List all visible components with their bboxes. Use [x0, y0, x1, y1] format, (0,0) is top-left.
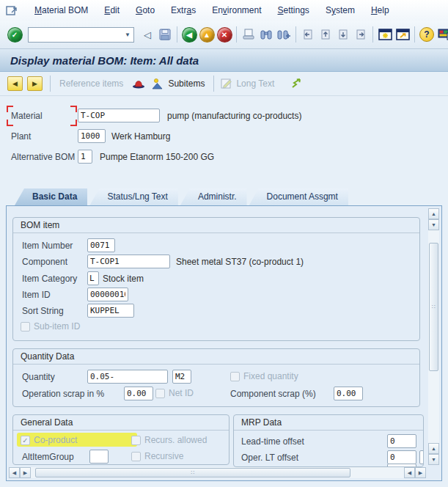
- next-page-icon: [337, 28, 350, 41]
- component-input[interactable]: [87, 255, 170, 268]
- create-shortcut-button[interactable]: [394, 26, 411, 43]
- system-menu-icon[interactable]: [6, 6, 18, 15]
- command-dropdown-icon[interactable]: ▼: [122, 32, 133, 38]
- menu-bar: Material BOM Edit Goto Extras Environmen…: [0, 0, 448, 21]
- header-overview-button[interactable]: [132, 78, 145, 89]
- back-button[interactable]: ◀: [180, 26, 198, 43]
- item-category-label: Item Category: [22, 274, 77, 284]
- item-category-input[interactable]: [87, 271, 99, 285]
- find-button[interactable]: [257, 26, 275, 43]
- tab-basic-data[interactable]: Basic Data: [15, 188, 87, 205]
- oper-lt-offset-input[interactable]: [387, 450, 416, 464]
- material-label: Material: [11, 111, 43, 121]
- menu-environment[interactable]: Environment: [204, 3, 269, 18]
- scroll-up-button[interactable]: ▲: [428, 208, 439, 219]
- find-next-button[interactable]: [275, 26, 293, 43]
- next-page-button[interactable]: [334, 26, 352, 43]
- component-description: Sheet metal ST37 (co-product 1): [176, 257, 304, 267]
- next-item-button[interactable]: ▶: [27, 76, 43, 91]
- alt-item-group-input[interactable]: [89, 450, 109, 464]
- component-scrap-input[interactable]: [334, 387, 363, 400]
- sub-item-id-label: Sub-item ID: [34, 321, 80, 332]
- vertical-scrollbar[interactable]: ▲ ▼ ∷ ▲ ▼: [428, 208, 439, 465]
- last-page-button[interactable]: [352, 26, 370, 43]
- previous-page-button[interactable]: [317, 26, 334, 43]
- item-number-label: Item Number: [22, 241, 73, 251]
- menu-system[interactable]: System: [317, 3, 363, 18]
- quantity-input[interactable]: [87, 370, 168, 384]
- plant-input[interactable]: [78, 129, 106, 143]
- horizontal-scroll-thumb[interactable]: ∷: [35, 468, 350, 477]
- vertical-scroll-thumb[interactable]: ∷: [429, 243, 438, 371]
- scroll-down-button[interactable]: ▼: [428, 454, 439, 465]
- menu-settings[interactable]: Settings: [270, 3, 317, 18]
- customize-layout-button[interactable]: [436, 26, 448, 43]
- tab-document-assgmt[interactable]: Document Assgmt: [249, 188, 348, 205]
- cancel-button[interactable]: ✕: [216, 26, 233, 43]
- previous-item-button[interactable]: ◀: [7, 76, 23, 91]
- menu-goto[interactable]: Goto: [128, 3, 163, 18]
- menu-edit[interactable]: Edit: [96, 3, 128, 18]
- green-zigzag-icon: [290, 78, 303, 89]
- command-input[interactable]: [29, 28, 122, 42]
- exit-up-button[interactable]: ▲: [198, 26, 216, 43]
- scroll-left-button[interactable]: ◀: [9, 467, 20, 478]
- sub-item-id-checkbox: Sub-item ID: [21, 321, 80, 332]
- toolbar-separator: [177, 26, 177, 43]
- menu-help[interactable]: Help: [363, 3, 397, 18]
- toolbar-separator: [213, 76, 214, 92]
- toolbar-separator: [372, 26, 373, 43]
- toolbar-separator: [295, 26, 296, 43]
- menu-material-bom[interactable]: Material BOM: [26, 3, 96, 18]
- title-bar: Display material BOM: Item: All data: [0, 49, 448, 72]
- operation-scrap-input[interactable]: [124, 387, 153, 400]
- subitems-label[interactable]: Subitems: [168, 78, 205, 89]
- scroll-down-button[interactable]: ▼: [428, 219, 439, 230]
- operation-scrap-label: Operation scrap in %: [22, 389, 104, 399]
- collapse-command-button[interactable]: ◁: [139, 26, 156, 43]
- toolbar-separator: [50, 76, 51, 92]
- scroll-right-button[interactable]: ▶: [20, 467, 31, 478]
- enter-check-icon: ✓: [7, 27, 23, 43]
- scroll-right-button[interactable]: ▶: [415, 467, 426, 478]
- toolbar-separator: [414, 26, 415, 43]
- lead-time-offset-input[interactable]: [387, 434, 416, 448]
- first-page-button[interactable]: [299, 26, 317, 43]
- subitems-button[interactable]: [151, 78, 164, 89]
- component-scrap-label: Component scrap (%): [230, 389, 316, 399]
- new-session-button[interactable]: [376, 26, 394, 43]
- validity-button[interactable]: [290, 78, 303, 89]
- item-id-input[interactable]: [87, 288, 128, 301]
- quantity-data-group: Quantity Data Quantity Fixed quantity Op…: [12, 348, 420, 407]
- checkbox-box: [21, 322, 30, 332]
- cancel-x-icon: ✕: [217, 27, 232, 43]
- tab-status-lng-text[interactable]: Status/Lng Text: [89, 188, 178, 205]
- sort-string-input[interactable]: [87, 304, 134, 318]
- oper-lt-offset-unit-input[interactable]: [419, 450, 424, 464]
- enter-button[interactable]: ✓: [6, 26, 23, 43]
- tab-administr[interactable]: Administr.: [180, 188, 247, 205]
- red-hat-icon: [132, 78, 145, 89]
- alternative-bom-input[interactable]: [78, 150, 92, 164]
- bom-item-group-title: BOM item: [13, 218, 419, 233]
- general-data-group-title: General Data: [13, 415, 229, 431]
- save-button[interactable]: [156, 26, 174, 43]
- long-text-label: Long Text: [236, 78, 274, 89]
- customize-layout-icon: [438, 28, 448, 41]
- item-number-input[interactable]: [87, 238, 115, 252]
- fixed-quantity-label: Fixed quantity: [243, 371, 298, 381]
- menu-extras[interactable]: Extras: [163, 3, 204, 18]
- checkbox-box: [131, 452, 141, 461]
- new-session-icon: [378, 28, 392, 41]
- horizontal-scrollbar[interactable]: ◀ ▶ ∷ ◀ ▶: [9, 467, 426, 478]
- scroll-left-button[interactable]: ◀: [404, 467, 415, 478]
- print-icon: [242, 28, 255, 41]
- material-input[interactable]: [78, 109, 160, 122]
- scroll-up-button[interactable]: ▲: [428, 443, 439, 454]
- alternative-bom-description: Pumpe Etanorm 150-200 GG: [100, 152, 214, 162]
- reference-items-button: Reference items: [59, 78, 123, 89]
- binoculars-icon: [260, 28, 273, 41]
- quantity-unit-input[interactable]: [172, 370, 191, 384]
- help-button[interactable]: ?: [418, 26, 436, 43]
- print-button[interactable]: [240, 26, 257, 43]
